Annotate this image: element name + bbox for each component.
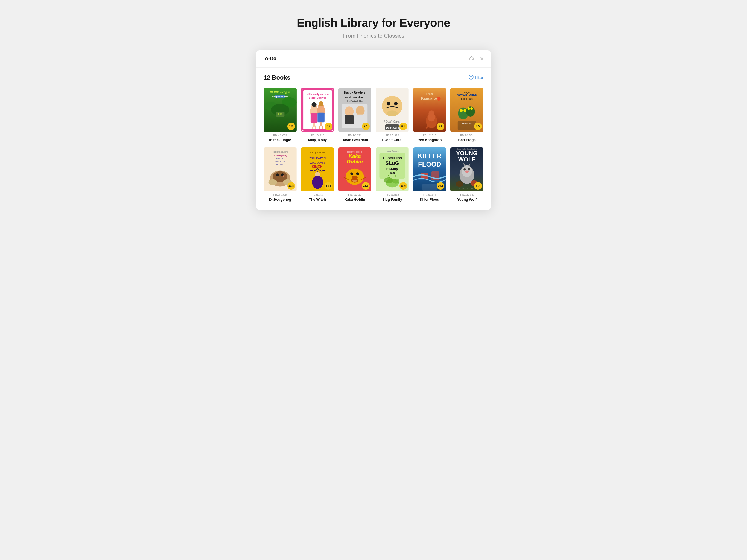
svg-point-80 xyxy=(268,179,277,185)
svg-text:Milly, Molly and the: Milly, Molly and the xyxy=(306,93,328,96)
filter-icon xyxy=(469,75,473,81)
svg-text:Red: Red xyxy=(426,92,433,96)
svg-point-97 xyxy=(356,172,359,175)
book-item[interactable]: Red Kangaroo 7.2EB-1C-313Red Kangaroo xyxy=(413,88,446,142)
book-code: EB-3A-411 xyxy=(423,194,436,197)
svg-text:Happy Readers: Happy Readers xyxy=(344,91,366,94)
window-title: To-Do xyxy=(262,56,277,61)
svg-text:Bad Frogs: Bad Frogs xyxy=(461,97,473,100)
svg-point-127 xyxy=(468,168,470,170)
svg-text:RESCUE: RESCUE xyxy=(276,164,284,166)
svg-text:I Don't Care!: I Don't Care! xyxy=(385,126,400,129)
svg-point-52 xyxy=(437,97,440,101)
book-name: In the Jungle xyxy=(269,138,291,142)
svg-point-77 xyxy=(276,173,279,176)
window-content: 12 Books filter xyxy=(256,68,491,210)
svg-text:Marian Miller & Lena Pekáiová: Marian Miller & Lena Pekáiová xyxy=(457,188,477,190)
svg-text:I Don't Care!: I Don't Care! xyxy=(384,120,400,123)
svg-point-65 xyxy=(468,107,470,110)
svg-point-79 xyxy=(283,175,284,177)
book-item[interactable]: Happy Readers Kaka Goblin 13.6EB-3A-042K… xyxy=(338,147,371,202)
book-name: Milly, Molly xyxy=(308,138,327,142)
book-badge: 13.5 xyxy=(325,182,332,190)
svg-text:Happy Readers: Happy Readers xyxy=(310,151,325,154)
book-cover-wrapper: KILLER FLOOD 16.1 xyxy=(413,147,446,192)
svg-text:David Beckham: David Beckham xyxy=(345,96,364,99)
svg-text:the Football Star: the Football Star xyxy=(347,100,363,102)
book-code: EB-1C-313 xyxy=(423,134,436,137)
book-item[interactable]: Magic ADVENTURES Bad Frogs Witch hat 7.5… xyxy=(450,88,483,142)
svg-text:Happy Readers: Happy Readers xyxy=(272,151,288,153)
svg-point-90 xyxy=(312,176,323,189)
book-badge: 10.8 xyxy=(287,182,295,190)
svg-text:LIJ: LIJ xyxy=(278,113,282,116)
book-badge: 7.1 xyxy=(362,123,370,130)
book-item[interactable]: Milly, Molly and the Secret Scarves 6.2E… xyxy=(301,88,334,142)
book-code: EB-2C-328 xyxy=(274,194,287,197)
book-item[interactable]: Happy Readers In the Jungle LIJ 1.3EB-KA… xyxy=(264,88,297,142)
svg-rect-25 xyxy=(311,113,317,123)
svg-text:Witch hat: Witch hat xyxy=(462,122,472,125)
book-cover-wrapper: Milly, Molly and the Secret Scarves 6.2 xyxy=(301,88,334,132)
svg-text:Goblin: Goblin xyxy=(347,159,363,164)
book-cover-wrapper: Happy Readers David Beckham the Football… xyxy=(338,88,371,132)
book-name: The Witch xyxy=(309,198,326,202)
book-item[interactable]: Happy Readers A HOMELESS SLuG FAMily 13.… xyxy=(376,147,409,202)
book-item[interactable]: I Don't Care! I Don't Care! 6.5EB-1C-312… xyxy=(376,88,409,142)
svg-text:Kaka: Kaka xyxy=(349,153,361,159)
book-code: EB-2A-354 xyxy=(460,194,473,197)
svg-text:YOUNG: YOUNG xyxy=(456,150,478,157)
book-item[interactable]: Happy Readers the Witch WHO LOVES KIMCHI… xyxy=(301,147,334,202)
svg-point-55 xyxy=(429,110,434,116)
svg-point-24 xyxy=(318,101,324,106)
svg-text:13.5: 13.5 xyxy=(390,172,394,174)
svg-text:A HOMELESS: A HOMELESS xyxy=(383,156,402,160)
svg-text:SLuG: SLuG xyxy=(385,160,399,166)
svg-point-63 xyxy=(460,109,463,112)
home-button[interactable] xyxy=(468,55,475,62)
svg-text:Oxford English Comic Readers: Oxford English Comic Readers xyxy=(457,148,477,150)
book-name: Red Kangaroo xyxy=(417,138,442,142)
window-titlebar: To-Do ✕ xyxy=(256,50,491,68)
svg-text:Happy Readers: Happy Readers xyxy=(386,150,398,152)
book-item[interactable]: KILLER FLOOD 16.1EB-3A-411Killer Flood xyxy=(413,147,446,202)
svg-text:KILLER: KILLER xyxy=(417,152,441,160)
book-name: Slug Family xyxy=(382,198,402,202)
book-code: EB-1C-071 xyxy=(348,134,361,137)
filter-button[interactable]: filter xyxy=(469,75,483,81)
svg-rect-40 xyxy=(356,114,365,124)
books-count: 12 Books xyxy=(264,74,290,81)
book-code: EB-1B-210 xyxy=(311,134,324,137)
book-cover-wrapper: Magic ADVENTURES Bad Frogs Witch hat 7.5 xyxy=(450,88,483,132)
book-name: Young Wolf xyxy=(457,198,476,202)
book-code: EB-2A-504 xyxy=(460,134,473,137)
book-badge: 13.6 xyxy=(362,182,370,190)
book-item[interactable]: Happy Readers David Beckham the Football… xyxy=(338,88,371,142)
book-cover-wrapper: Happy Readers Kaka Goblin 13.6 xyxy=(338,147,371,192)
book-name: Bad Frogs xyxy=(458,138,476,142)
page-header: English Library for Everyone From Phonic… xyxy=(297,17,450,39)
book-cover-wrapper: Happy Readers A HOMELESS SLuG FAMily 13.… xyxy=(376,147,409,192)
svg-point-64 xyxy=(464,109,467,112)
book-badge: 1.3 xyxy=(287,123,295,130)
svg-rect-119 xyxy=(422,184,437,190)
book-badge: 8.7 xyxy=(474,182,482,190)
books-grid: Happy Readers In the Jungle LIJ 1.3EB-KA… xyxy=(264,88,483,202)
book-name: Kaka Goblin xyxy=(344,198,365,202)
book-name: Killer Flood xyxy=(420,198,439,202)
svg-point-45 xyxy=(387,110,397,116)
svg-point-23 xyxy=(311,102,316,107)
svg-text:Happy Readers: Happy Readers xyxy=(347,151,363,153)
svg-text:WHO LOVES: WHO LOVES xyxy=(310,161,325,164)
svg-rect-26 xyxy=(317,113,324,123)
book-item[interactable]: Oxford English Comic Readers YOUNG WOLF … xyxy=(450,147,483,202)
close-button[interactable]: ✕ xyxy=(479,55,485,62)
svg-text:FLOOD: FLOOD xyxy=(418,160,441,168)
svg-point-66 xyxy=(470,107,473,110)
book-badge: 16.1 xyxy=(437,182,444,190)
book-code: EB-KA-009 xyxy=(273,134,287,137)
book-item[interactable]: Happy Readers Dr. Hedgehog AND THE THICK… xyxy=(264,147,297,202)
svg-text:AND THE: AND THE xyxy=(276,158,284,160)
books-header: 12 Books filter xyxy=(264,74,483,81)
book-badge: 7.5 xyxy=(474,123,482,130)
